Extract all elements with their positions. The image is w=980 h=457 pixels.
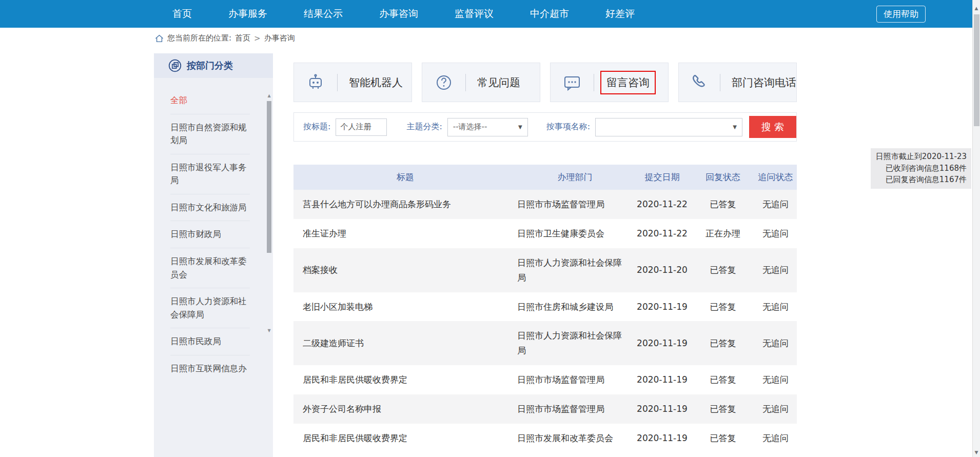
row-followup-status: 无追问 — [754, 190, 797, 219]
category-select[interactable]: --请选择-- ▼ — [447, 118, 528, 136]
item-name-select[interactable]: ▼ — [595, 118, 742, 136]
sidebar-item-department[interactable]: 日照市民政局 — [170, 328, 250, 355]
row-title[interactable]: 准生证办理 — [293, 219, 517, 248]
tab-divider — [465, 74, 466, 91]
row-department: 日照市住房和城乡建设局 — [517, 292, 633, 322]
category-icon — [168, 59, 182, 72]
consult-tabs: 智能机器人 常见问题 — [293, 63, 797, 102]
sidebar-item-department[interactable]: 日照市人力资源和社会保障局 — [170, 288, 250, 328]
stats-line: 已回复咨询信息1167件 — [873, 174, 967, 186]
row-date: 2020-11-22 — [633, 190, 692, 219]
row-reply-status: 正在办理 — [692, 219, 754, 248]
nav-item[interactable]: 中介超市 — [530, 7, 569, 21]
table-row[interactable]: 二级建造师证书 日照市人力资源和社会保障局 2020-11-19 已答复 无追问 — [293, 321, 797, 365]
search-button[interactable]: 搜 索 — [749, 116, 796, 138]
tab-label: 常见问题 — [477, 75, 520, 90]
nav-item[interactable]: 监督评议 — [455, 7, 494, 21]
table-row[interactable]: 外资子公司名称申报 日照市市场监督管理局 2020-11-19 已答复 无追问 — [293, 394, 797, 424]
sidebar-item-department[interactable]: 全部 — [170, 87, 250, 114]
top-navigation-bar: 首页办事服务结果公示办事咨询监督评议中介超市好差评 使用帮助 — [0, 0, 980, 28]
row-title[interactable]: 档案接收 — [293, 248, 517, 292]
row-date: 2020-11-19 — [633, 365, 692, 394]
message-icon — [551, 73, 594, 92]
row-title[interactable]: 外资子公司名称申报 — [293, 394, 517, 424]
department-list: 全部日照市自然资源和规划局日照市退役军人事务局日照市文化和旅游局日照市财政局日照… — [154, 78, 273, 382]
consultation-table-body: 莒县什么地方可以办理商品条形码业务 日照市市场监督管理局 2020-11-22 … — [293, 190, 797, 453]
stats-line: 日照市截止到2020-11-23 — [873, 151, 967, 163]
breadcrumb-home-link[interactable]: 首页 — [235, 33, 250, 43]
row-followup-status: 无追问 — [754, 321, 797, 365]
tab-label: 智能机器人 — [349, 75, 403, 90]
tab-label: 部门咨询电话 — [732, 75, 796, 90]
nav-item[interactable]: 好差评 — [605, 7, 635, 21]
scroll-up-icon[interactable]: ▲ — [973, 6, 980, 11]
nav-item[interactable]: 办事服务 — [228, 7, 267, 21]
row-followup-status: 无追问 — [754, 365, 797, 394]
nav-item[interactable]: 首页 — [172, 7, 192, 21]
row-title[interactable]: 莒县什么地方可以办理商品条形码业务 — [293, 190, 517, 219]
tab-phone-consult[interactable]: 部门咨询电话 — [678, 63, 797, 102]
sidebar-item-department[interactable]: 日照市自然资源和规划局 — [170, 114, 250, 154]
tab-smart-robot[interactable]: 智能机器人 — [293, 63, 412, 102]
question-icon — [422, 73, 465, 92]
stats-tooltip: 日照市截止到2020-11-23 已收到咨询信息1168件 已回复咨询信息116… — [871, 148, 971, 189]
row-reply-status: 已答复 — [692, 248, 754, 292]
table-row[interactable]: 莒县什么地方可以办理商品条形码业务 日照市市场监督管理局 2020-11-22 … — [293, 190, 797, 219]
header-date: 提交日期 — [633, 165, 692, 190]
tab-label-highlighted: 留言咨询 — [600, 71, 656, 94]
tab-divider — [594, 74, 594, 91]
category-label: 主题分类: — [406, 122, 442, 132]
row-reply-status: 已答复 — [692, 321, 754, 365]
table-row[interactable]: 居民和非居民供暖收费界定 日照市发展和改革委员会 2020-11-19 已答复 … — [293, 424, 797, 453]
row-reply-status: 已答复 — [692, 365, 754, 394]
sidebar-title: 按部门分类 — [187, 59, 233, 72]
table-row[interactable]: 档案接收 日照市人力资源和社会保障局 2020-11-20 已答复 无追问 — [293, 248, 797, 292]
table-row[interactable]: 老旧小区加装电梯 日照市住房和城乡建设局 2020-11-19 已答复 无追问 — [293, 292, 797, 322]
row-date: 2020-11-20 — [633, 248, 692, 292]
header-title: 标题 — [293, 165, 517, 190]
row-title[interactable]: 二级建造师证书 — [293, 321, 517, 365]
sidebar-item-department[interactable]: 日照市财政局 — [170, 221, 250, 248]
row-department: 日照市人力资源和社会保障局 — [517, 321, 633, 365]
header-followup-status: 追问状态 — [754, 165, 797, 190]
row-department: 日照市市场监督管理局 — [517, 365, 633, 394]
nav-menu: 首页办事服务结果公示办事咨询监督评议中介超市好差评 — [172, 0, 635, 28]
consultation-table: 标题 办理部门 提交日期 回复状态 追问状态 莒县什么地方可以办理商品条形码业务… — [293, 165, 797, 453]
row-title[interactable]: 居民和非居民供暖收费界定 — [293, 365, 517, 394]
scroll-up-icon[interactable]: ▲ — [267, 93, 271, 98]
tab-message-consult[interactable]: 留言咨询 — [550, 63, 669, 102]
row-date: 2020-11-22 — [633, 219, 692, 248]
home-icon — [155, 34, 164, 43]
sidebar-item-department[interactable]: 日照市发展和改革委员会 — [170, 248, 250, 288]
scroll-down-icon[interactable]: ▼ — [973, 450, 980, 455]
table-row[interactable]: 居民和非居民供暖收费界定 日照市市场监督管理局 2020-11-19 已答复 无… — [293, 365, 797, 394]
nav-item[interactable]: 结果公示 — [304, 7, 343, 21]
page-scrollbar-thumb[interactable] — [974, 14, 979, 126]
table-row[interactable]: 准生证办理 日照市卫生健康委员会 2020-11-22 正在办理 无追问 — [293, 219, 797, 248]
row-followup-status: 无追问 — [754, 248, 797, 292]
row-followup-status: 无追问 — [754, 292, 797, 322]
title-search-input[interactable] — [336, 118, 387, 136]
row-date: 2020-11-19 — [633, 321, 692, 365]
tab-faq[interactable]: 常见问题 — [422, 63, 540, 102]
row-followup-status: 无追问 — [754, 394, 797, 424]
sidebar-item-department[interactable]: 日照市互联网信息办 — [170, 355, 250, 382]
row-reply-status: 已答复 — [692, 424, 754, 453]
row-department: 日照市发展和改革委员会 — [517, 424, 633, 453]
department-sidebar: 按部门分类 全部日照市自然资源和规划局日照市退役军人事务局日照市文化和旅游局日照… — [154, 53, 273, 457]
row-title[interactable]: 居民和非居民供暖收费界定 — [293, 424, 517, 453]
nav-item[interactable]: 办事咨询 — [379, 7, 418, 21]
row-title[interactable]: 老旧小区加装电梯 — [293, 292, 517, 322]
help-button[interactable]: 使用帮助 — [876, 6, 926, 23]
phone-icon — [679, 73, 720, 92]
row-department: 日照市人力资源和社会保障局 — [517, 248, 633, 292]
row-reply-status: 已答复 — [692, 292, 754, 322]
stats-line: 已收到咨询信息1168件 — [873, 163, 967, 174]
scroll-down-icon[interactable]: ▼ — [267, 328, 271, 333]
sidebar-item-department[interactable]: 日照市文化和旅游局 — [170, 194, 250, 222]
row-followup-status: 无追问 — [754, 219, 797, 248]
row-followup-status: 无追问 — [754, 424, 797, 453]
sidebar-item-department[interactable]: 日照市退役军人事务局 — [170, 154, 250, 194]
sidebar-scrollbar-thumb[interactable] — [267, 101, 271, 253]
row-date: 2020-11-19 — [633, 394, 692, 424]
